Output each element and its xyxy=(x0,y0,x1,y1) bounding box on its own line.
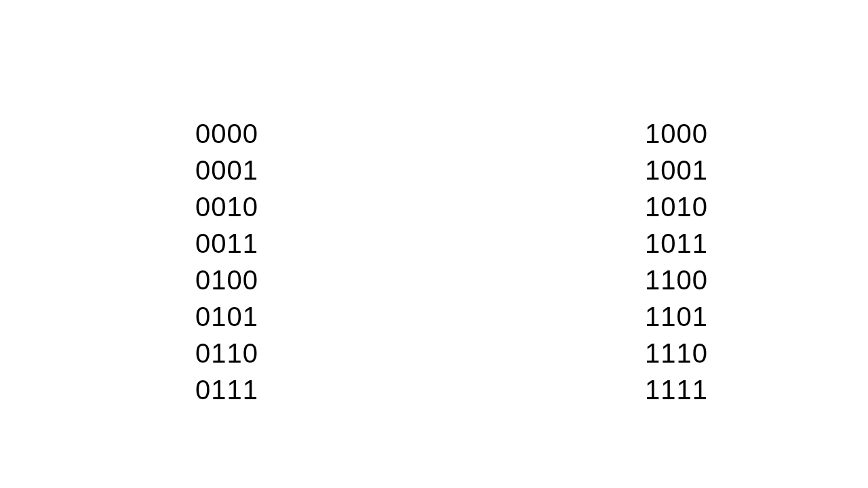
binary-value: 1001 xyxy=(645,152,708,188)
binary-value: 1000 xyxy=(645,115,708,152)
binary-list-container: 0000 0001 0010 0011 0100 0101 0110 0111 … xyxy=(0,115,868,408)
binary-value: 0110 xyxy=(195,335,258,371)
binary-value: 1101 xyxy=(645,298,708,335)
binary-column-left: 0000 0001 0010 0011 0100 0101 0110 0111 xyxy=(195,115,258,408)
binary-value: 0011 xyxy=(195,225,258,262)
binary-value: 1111 xyxy=(645,371,708,408)
binary-value: 1110 xyxy=(645,335,708,371)
binary-column-right: 1000 1001 1010 1011 1100 1101 1110 1111 xyxy=(645,115,708,408)
binary-value: 1010 xyxy=(645,188,708,225)
binary-value: 1011 xyxy=(645,225,708,262)
binary-value: 0001 xyxy=(195,152,258,188)
binary-value: 0010 xyxy=(195,188,258,225)
binary-value: 0100 xyxy=(195,262,258,298)
binary-value: 0000 xyxy=(195,115,258,152)
binary-value: 0111 xyxy=(195,371,258,408)
binary-value: 0101 xyxy=(195,298,258,335)
binary-value: 1100 xyxy=(645,262,708,298)
